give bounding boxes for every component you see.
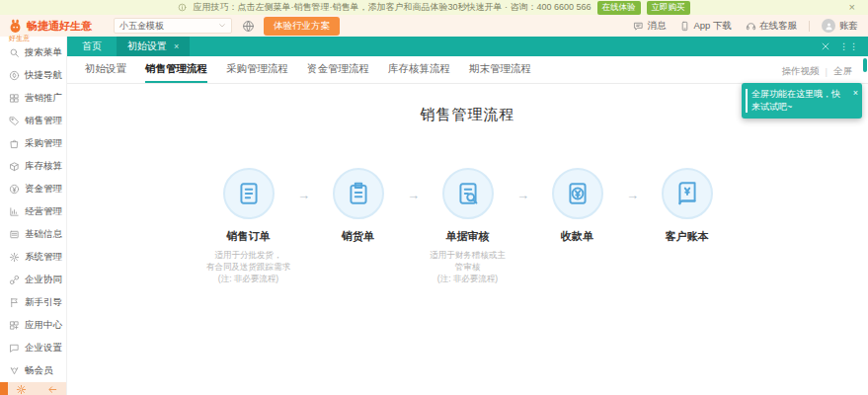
sidebar-item-search[interactable]: 搜索菜单 <box>0 41 66 64</box>
sidebar-item-marketing[interactable]: 营销推广 <box>0 87 66 110</box>
order-doc-icon <box>236 181 262 206</box>
desc-line: (注: 非必要流程) <box>199 273 297 284</box>
sidebar-item-enterprise-settings[interactable]: 企业设置 <box>0 337 66 359</box>
fullscreen-tip-toast: 全屏功能在这里哦，快来试试吧~ × <box>742 83 862 118</box>
audit-icon <box>455 181 481 206</box>
desc-line: 适用于分批发货， <box>199 249 297 261</box>
sidebar-item-purchase[interactable]: 采购管理 <box>0 132 66 155</box>
sidebar-item-sales[interactable]: 销售管理 <box>0 110 66 132</box>
customer-ledger-circle[interactable] <box>662 168 713 219</box>
close-icon[interactable] <box>821 41 830 51</box>
tab-home[interactable]: 首页 <box>67 37 117 56</box>
flow-step-sales-invoice: 销货单 <box>309 168 407 284</box>
video-guide-link[interactable]: 操作视频 <box>782 65 820 78</box>
ledger-icon <box>674 181 700 206</box>
headset-icon <box>746 21 756 32</box>
sidebar-item-app-center[interactable]: 应用中心 <box>0 314 66 337</box>
messages-label: 消息 <box>647 20 666 33</box>
notice-text: 应用技巧：点击左侧菜单·销售管理·销售单，添加客户和商品体验30秒快速开单 · … <box>193 1 591 14</box>
gear-icon <box>9 252 20 263</box>
sidebar-item-label: 采购管理 <box>25 137 62 150</box>
card-icon <box>9 229 20 240</box>
sales-flow-diagram: 销售订单 适用于分批发货， 有合同及送货跟踪需求 (注: 非必要流程) → 销货… <box>67 168 868 284</box>
app-logo: 畅捷通好生意 好生意 <box>7 18 108 35</box>
bag-icon <box>9 138 20 149</box>
brand-logo-icon <box>7 18 24 35</box>
sidebar-item-label: 销售管理 <box>25 115 62 127</box>
process-tabs: 初始设置 销售管理流程 采购管理流程 资金管理流程 库存核算流程 期末管理流程 <box>67 56 868 84</box>
sidebar-item-operations[interactable]: 经营管理 <box>0 200 66 223</box>
toast-close-icon[interactable]: × <box>853 87 858 100</box>
globe-icon[interactable] <box>242 20 255 33</box>
buy-button[interactable]: 立即购买 <box>647 1 690 15</box>
sidebar-item-label: 营销推广 <box>25 92 62 105</box>
tab-initial-settings-label: 初始设置 <box>127 40 167 53</box>
flag-icon <box>9 297 20 308</box>
sidebar-item-collaboration[interactable]: 企业协同 <box>0 269 66 291</box>
step-label: 单据审核 <box>419 229 516 244</box>
more-tabs-icon[interactable]: ⋮⋮ <box>839 41 859 51</box>
avatar[interactable] <box>822 19 835 33</box>
flow-step-receipt: 收款单 <box>528 168 626 284</box>
sidebar-item-inventory[interactable]: 库存核算 <box>0 155 66 178</box>
sales-invoice-circle[interactable] <box>333 168 384 219</box>
chevron-down-icon <box>218 22 226 30</box>
tab-initial-settings[interactable]: 初始设置 × <box>117 37 190 56</box>
header-right-group: 消息 App 下载 在线客服 账套 <box>619 19 858 33</box>
box-icon <box>9 161 20 172</box>
template-select[interactable]: 小五金模板 <box>114 18 232 34</box>
sales-order-circle[interactable] <box>223 168 275 219</box>
desc-line: 适用于财务稽核或主 <box>419 249 516 261</box>
invoice-icon <box>346 181 371 206</box>
app-download-button[interactable]: App 下载 <box>679 20 732 33</box>
phone-icon <box>679 21 690 32</box>
step-description: 适用于分批发货， 有合同及送货跟踪需求 (注: 非必要流程) <box>199 249 297 284</box>
tag-icon <box>9 116 20 126</box>
window-tab-bar: 首页 初始设置 × ⋮⋮ <box>67 37 868 56</box>
message-icon <box>633 21 644 32</box>
brand-title: 畅捷通好生意 <box>27 18 92 35</box>
content-header-links: 操作视频 | 全屏 <box>782 65 852 78</box>
step-label: 客户账本 <box>638 229 736 244</box>
chat-icon <box>9 343 20 354</box>
settings-gear-icon[interactable] <box>16 384 27 395</box>
sidebar-item-label: 经营管理 <box>25 205 62 218</box>
document-audit-circle[interactable] <box>442 168 494 219</box>
sidebar-item-label: 系统管理 <box>25 251 62 264</box>
sidebar-item-label: 搜索菜单 <box>25 46 62 59</box>
tab-sales-process[interactable]: 销售管理流程 <box>145 56 207 83</box>
receipt-circle[interactable] <box>552 168 603 219</box>
fullscreen-link[interactable]: 全屏 <box>833 65 852 78</box>
messages-button[interactable]: 消息 <box>633 20 666 33</box>
vip-icon <box>9 365 20 376</box>
flow-step-document-audit: 单据审核 适用于财务稽核或主 管审核 (注: 非必要流程) <box>419 168 516 284</box>
industry-solution-button[interactable]: 体验行业方案 <box>264 17 340 36</box>
online-service-button[interactable]: 在线客服 <box>746 20 797 33</box>
tab-purchase-process[interactable]: 采购管理流程 <box>226 56 288 83</box>
tab-period-end-process[interactable]: 期末管理流程 <box>469 56 531 83</box>
flow-arrow-icon: → <box>297 188 309 284</box>
sidebar-item-membership[interactable]: 畅会员 <box>0 359 66 382</box>
sidebar-item-quick-nav[interactable]: 快捷导航 <box>0 64 66 87</box>
sidebar-item-label: 企业协同 <box>25 274 62 286</box>
flow-step-sales-order: 销售订单 适用于分批发货， 有合同及送货跟踪需求 (注: 非必要流程) <box>199 168 297 284</box>
account-label[interactable]: 账套 <box>839 20 858 33</box>
tab-funds-process[interactable]: 资金管理流程 <box>307 56 369 83</box>
coin-icon <box>9 184 20 195</box>
step-label: 销售订单 <box>199 229 297 244</box>
link-icon <box>9 275 20 285</box>
sidebar-item-label: 快捷导航 <box>25 69 62 82</box>
collapse-sidebar-icon[interactable] <box>47 384 58 395</box>
sidebar-item-beginner-guide[interactable]: 新手引导 <box>0 291 66 314</box>
sidebar-item-base-info[interactable]: 基础信息 <box>0 223 66 246</box>
tab-inventory-process[interactable]: 库存核算流程 <box>388 56 450 83</box>
sidebar-item-system[interactable]: 系统管理 <box>0 246 66 269</box>
scrollbar-thumb[interactable] <box>863 58 867 72</box>
desc-line: (注: 非必要流程) <box>419 273 516 284</box>
tab-close-icon[interactable]: × <box>174 41 179 51</box>
notice-close-icon[interactable]: × <box>849 1 855 13</box>
tab-initial-setup[interactable]: 初始设置 <box>85 56 126 83</box>
sidebar-item-label: 库存核算 <box>25 160 62 173</box>
sidebar-item-funds[interactable]: 资金管理 <box>0 178 66 200</box>
trial-button[interactable]: 在线体验 <box>597 1 641 15</box>
